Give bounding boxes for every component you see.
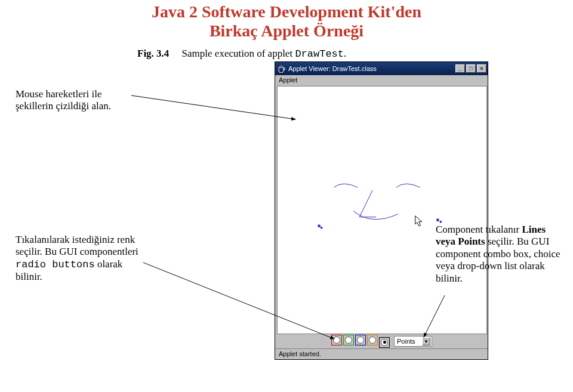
titlebar: Applet Viewer: DrawTest.class _ □ × [275, 62, 488, 75]
java-cup-icon [278, 64, 286, 73]
window-title: Applet Viewer: DrawTest.class [288, 65, 377, 72]
figure-caption-suffix: . [344, 48, 346, 59]
svg-point-1 [321, 227, 322, 229]
color-radios [331, 335, 390, 348]
close-button[interactable]: × [477, 64, 486, 73]
drawing-canvas[interactable] [277, 86, 487, 334]
svg-point-2 [436, 219, 439, 221]
figure-label: Fig. 3.4 [137, 48, 169, 59]
applet-window: Applet Viewer: DrawTest.class _ □ × Appl… [275, 61, 488, 360]
note-canvas-text: Mouse hareketleri ile şekillerin çizildi… [16, 88, 111, 112]
title-line-1: Java 2 Software Development Kit'den [0, 2, 573, 21]
svg-point-0 [318, 225, 321, 227]
menubar: Applet [275, 75, 488, 86]
figure-caption-prefix: Sample execution of applet [182, 48, 295, 59]
maximize-button[interactable]: □ [466, 64, 476, 73]
svg-line-4 [131, 95, 295, 119]
note-radio-a: Tıkalanılarak istediğiniz renk seçilir. … [16, 234, 138, 257]
color-radio-4[interactable] [379, 337, 390, 348]
svg-point-3 [440, 221, 442, 223]
color-radio-3[interactable] [367, 335, 378, 345]
applet-name: DrawTest [295, 48, 344, 60]
figure-caption: Fig. 3.4 Sample execution of applet Draw… [137, 48, 346, 60]
statusbar: Applet started. [275, 348, 488, 359]
minimize-button[interactable]: _ [455, 64, 465, 73]
shape-dropdown[interactable]: Points ▼ [394, 336, 432, 347]
note-dropdown: Component tıkalanır Lines veya Points se… [436, 224, 561, 285]
canvas-drawing [278, 87, 486, 334]
page-title: Java 2 Software Development Kit'den Birk… [0, 0, 573, 41]
dropdown-value: Points [397, 338, 415, 345]
chevron-down-icon: ▼ [422, 337, 430, 345]
note-radio-buttons: Tıkalanılarak istediğiniz renk seçilir. … [16, 234, 147, 283]
note-radio-code: radio buttons [16, 259, 95, 270]
note-dd-a: Component tıkalanır [436, 224, 522, 235]
title-line-2: Birkaç Applet Örneği [0, 21, 573, 41]
color-radio-0[interactable] [331, 335, 342, 345]
window-buttons: _ □ × [455, 64, 486, 73]
color-radio-1[interactable] [343, 335, 354, 345]
controls-panel: Points ▼ [275, 334, 488, 348]
cursor-icon [415, 216, 422, 226]
color-radio-2[interactable] [355, 335, 366, 345]
menu-applet[interactable]: Applet [279, 76, 297, 84]
status-text: Applet started. [279, 350, 321, 357]
note-canvas-area: Mouse hareketleri ile şekillerin çizildi… [16, 88, 135, 113]
